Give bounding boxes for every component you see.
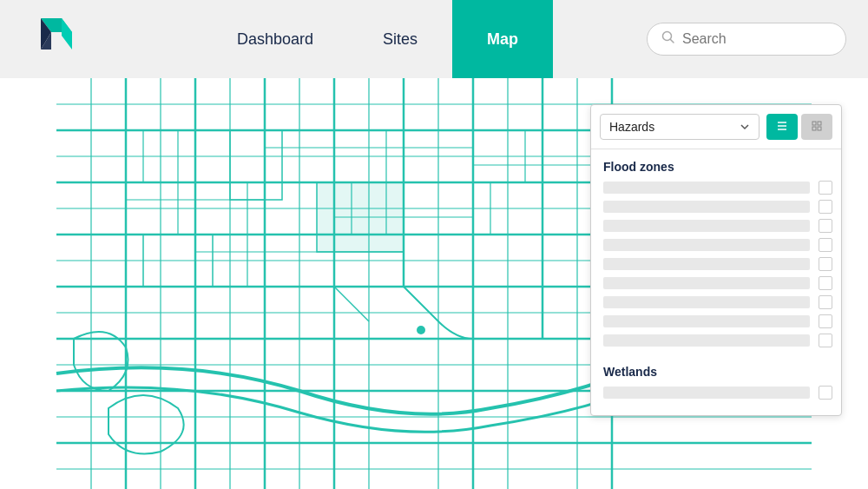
layers-panel: Hazards <box>590 104 842 416</box>
row-bar <box>603 182 810 194</box>
panel-row <box>603 219 832 233</box>
list-icon <box>776 120 788 132</box>
row-bar <box>603 296 810 308</box>
panel-row <box>603 257 832 271</box>
svg-rect-57 <box>812 122 816 125</box>
search-input[interactable] <box>682 31 832 47</box>
logo-icon <box>29 11 84 67</box>
toggle-list-button[interactable] <box>766 114 798 140</box>
hazards-dropdown[interactable]: Hazards <box>600 114 760 140</box>
flood-zones-title: Flood zones <box>603 160 832 174</box>
row-bar <box>603 258 810 270</box>
panel-row <box>603 386 832 400</box>
row-checkbox[interactable] <box>819 314 832 328</box>
header: Dashboard Sites Map <box>0 0 868 78</box>
row-bar <box>603 315 810 327</box>
svg-rect-60 <box>818 127 821 130</box>
row-checkbox[interactable] <box>819 219 832 233</box>
row-bar <box>603 277 810 289</box>
panel-row <box>603 334 832 347</box>
main-nav: Dashboard Sites Map <box>113 0 642 78</box>
svg-rect-59 <box>812 127 816 130</box>
search-box <box>647 23 846 56</box>
row-bar <box>603 387 810 399</box>
search-area <box>642 23 868 56</box>
row-checkbox[interactable] <box>819 334 832 347</box>
svg-marker-1 <box>62 18 72 50</box>
panel-row <box>603 181 832 195</box>
row-bar <box>603 220 810 232</box>
chevron-down-icon <box>740 122 750 132</box>
svg-rect-58 <box>818 122 821 125</box>
panel-body: Flood zones <box>591 149 841 415</box>
toggle-grid-button[interactable] <box>801 114 832 140</box>
nav-dashboard[interactable]: Dashboard <box>202 0 348 78</box>
nav-map[interactable]: Map <box>452 0 553 78</box>
row-bar <box>603 239 810 251</box>
panel-row <box>603 200 832 214</box>
grid-icon <box>811 120 823 132</box>
row-checkbox[interactable] <box>819 295 832 309</box>
panel-row <box>603 295 832 309</box>
panel-row <box>603 276 832 290</box>
row-checkbox[interactable] <box>819 276 832 290</box>
svg-line-5 <box>671 40 674 43</box>
row-bar <box>603 201 810 213</box>
panel-header: Hazards <box>591 105 841 149</box>
panel-row <box>603 238 832 252</box>
row-checkbox[interactable] <box>819 257 832 271</box>
row-checkbox[interactable] <box>819 386 832 400</box>
panel-row <box>603 314 832 328</box>
wetlands-title: Wetlands <box>603 365 832 379</box>
row-bar <box>603 334 810 347</box>
logo-area <box>0 11 113 67</box>
toggle-group <box>766 114 832 140</box>
row-checkbox[interactable] <box>819 238 832 252</box>
search-icon <box>661 30 675 48</box>
nav-sites[interactable]: Sites <box>348 0 452 78</box>
row-checkbox[interactable] <box>819 200 832 214</box>
row-checkbox[interactable] <box>819 181 832 195</box>
dropdown-label: Hazards <box>609 120 654 134</box>
svg-point-53 <box>417 326 425 334</box>
